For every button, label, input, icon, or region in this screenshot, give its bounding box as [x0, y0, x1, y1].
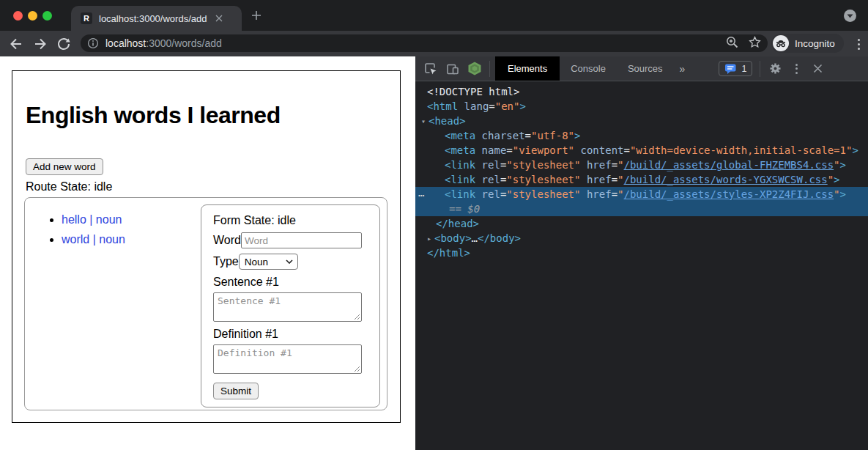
- device-toolbar-icon[interactable]: [445, 62, 460, 76]
- issues-bubble-icon: [724, 63, 737, 75]
- tab-close-icon[interactable]: [213, 12, 225, 24]
- chevron-down-icon: [286, 259, 293, 264]
- route-state-text: Route State: idle: [26, 180, 400, 193]
- tab-elements[interactable]: Elements: [495, 56, 560, 81]
- page-title: English words I learned: [26, 102, 400, 129]
- site-info-icon[interactable]: [86, 37, 100, 50]
- url-text: localhost:3000/words/add: [105, 37, 222, 49]
- code-line[interactable]: ▾<head>: [415, 114, 868, 128]
- word-link[interactable]: world | noun: [62, 233, 125, 246]
- words-panel: hello | noun world | noun Form State: id…: [24, 197, 387, 410]
- tab-search-button[interactable]: [844, 10, 856, 22]
- resize-handle-icon[interactable]: [354, 314, 360, 320]
- inspect-element-icon[interactable]: [423, 62, 438, 76]
- code-line[interactable]: <meta name="viewport" content="width=dev…: [415, 143, 868, 158]
- new-tab-button[interactable]: [250, 9, 263, 22]
- code-line[interactable]: == $0: [415, 202, 868, 216]
- incognito-label: Incognito: [795, 38, 835, 49]
- add-word-form: Form State: idle Word Type Noun: [201, 204, 380, 407]
- add-new-word-button[interactable]: Add new word: [26, 158, 103, 175]
- url-host: localhost: [105, 37, 146, 49]
- devtools-close-icon[interactable]: [810, 62, 825, 76]
- form-state-text: Form State: idle: [213, 214, 362, 227]
- issues-count: 1: [741, 64, 746, 74]
- devtools-code: <!DOCTYPE html><html lang="en">▾<head><m…: [415, 82, 868, 450]
- titlebar: R localhost:3000/words/add: [0, 0, 868, 31]
- expand-arrow-icon[interactable]: ▾: [421, 114, 429, 129]
- definition-label: Definition #1: [213, 328, 362, 341]
- word-input[interactable]: [241, 232, 362, 248]
- tab-sources[interactable]: Sources: [617, 56, 674, 81]
- selected-line-gutter-icon[interactable]: …: [418, 185, 425, 200]
- back-icon[interactable]: [7, 34, 26, 54]
- reload-icon[interactable]: [54, 34, 73, 54]
- browser-window: R localhost:3000/words/add: [0, 0, 868, 450]
- browser-tab[interactable]: R localhost:3000/words/add: [71, 6, 242, 31]
- content-area: English words I learned Add new word Rou…: [0, 56, 868, 450]
- more-tabs-icon[interactable]: »: [675, 63, 690, 75]
- submit-button[interactable]: Submit: [213, 383, 259, 399]
- browser-menu-icon[interactable]: [851, 34, 866, 54]
- word-link[interactable]: hello | noun: [62, 213, 122, 226]
- resize-handle-icon[interactable]: [354, 366, 360, 372]
- macos-close-button[interactable]: [13, 11, 23, 21]
- type-select-value: Noun: [245, 257, 268, 268]
- word-row: Word: [213, 232, 362, 248]
- omnibox[interactable]: localhost:3000/words/add: [81, 34, 768, 52]
- tab-title: localhost:3000/words/add: [99, 13, 209, 24]
- navigation-toolbar: localhost:3000/words/add: [0, 31, 868, 56]
- type-select[interactable]: Noun: [239, 254, 298, 270]
- code-line[interactable]: <meta charset="utf-8">: [415, 128, 868, 143]
- code-line[interactable]: </html>: [415, 246, 868, 260]
- type-label: Type: [213, 255, 239, 268]
- sentence-textarea[interactable]: [213, 292, 362, 322]
- macos-fullscreen-button[interactable]: [42, 11, 52, 21]
- word-label: Word: [213, 234, 241, 247]
- definition-textarea[interactable]: [213, 344, 362, 374]
- tab-console[interactable]: Console: [560, 56, 617, 81]
- bookmark-star-icon[interactable]: [748, 35, 762, 52]
- issues-badge[interactable]: 1: [719, 61, 752, 76]
- extension-hexagon-icon[interactable]: [467, 62, 482, 76]
- remix-favicon-icon: R: [81, 12, 92, 24]
- code-line[interactable]: <link rel="stylesheet" href="/build/_ass…: [415, 158, 868, 172]
- macos-minimize-button[interactable]: [28, 11, 37, 21]
- page-container: English words I learned Add new word Rou…: [12, 70, 401, 423]
- type-row: Type Noun: [213, 254, 362, 270]
- code-line[interactable]: <html lang="en">: [415, 99, 868, 114]
- code-line[interactable]: …<link rel="stylesheet" href="/build/_as…: [415, 187, 868, 202]
- sentence-label: Sentence #1: [213, 276, 362, 289]
- code-line[interactable]: <link rel="stylesheet" href="/build/_ass…: [415, 172, 868, 187]
- code-line[interactable]: ▸<body>…</body>: [415, 231, 868, 246]
- code-line[interactable]: </head>: [415, 216, 868, 231]
- incognito-badge: Incognito: [771, 34, 844, 53]
- forward-icon[interactable]: [31, 34, 50, 54]
- incognito-icon: [773, 35, 789, 51]
- devtools-toolbar: Elements Console Sources » 1: [415, 56, 868, 81]
- code-line[interactable]: <!DOCTYPE html>: [415, 84, 868, 99]
- settings-gear-icon[interactable]: [768, 62, 782, 76]
- url-path: :3000/words/add: [146, 37, 222, 49]
- collapse-arrow-icon[interactable]: ▸: [427, 232, 434, 246]
- web-page: English words I learned Add new word Rou…: [0, 56, 415, 450]
- zoom-icon[interactable]: [725, 35, 739, 52]
- devtools-panel: Elements Console Sources » 1: [415, 56, 868, 450]
- devtools-menu-icon[interactable]: [789, 62, 804, 76]
